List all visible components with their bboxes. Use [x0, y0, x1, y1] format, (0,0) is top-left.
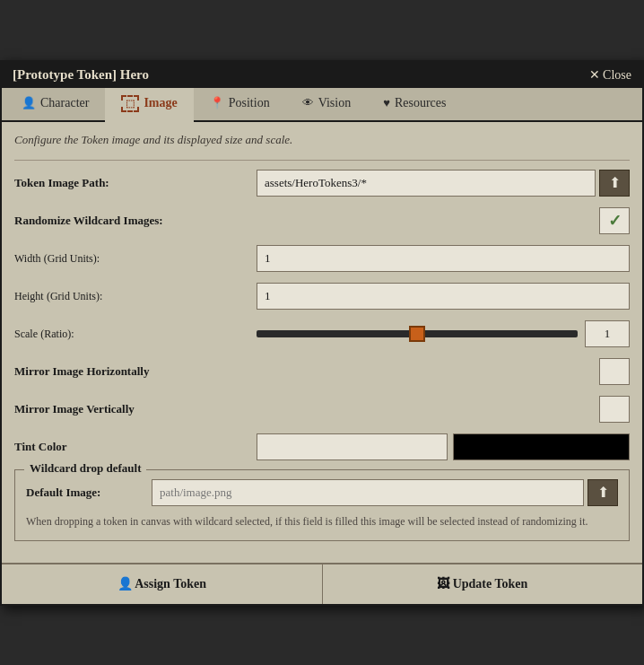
- dialog-window: [Prototype Token] Hero ✕ Close 👤 Charact…: [0, 60, 644, 606]
- token-image-path-input[interactable]: [257, 170, 596, 197]
- scale-slider-container: [257, 320, 630, 347]
- default-image-label: Default Image:: [26, 486, 152, 500]
- default-image-input[interactable]: [152, 479, 584, 506]
- scale-label: Scale (Ratio):: [14, 327, 257, 341]
- mirror-v-checkbox[interactable]: [599, 396, 630, 423]
- height-row: Height (Grid Units):: [14, 281, 630, 311]
- tint-controls: [257, 433, 630, 460]
- randomize-checkbox[interactable]: [599, 207, 630, 234]
- width-row: Width (Grid Units):: [14, 243, 630, 274]
- browse-icon: ⬆: [609, 174, 621, 191]
- tab-resources[interactable]: ♥ Resources: [367, 88, 462, 122]
- character-icon: 👤: [22, 96, 36, 110]
- mirror-v-row: Mirror Image Vertically: [14, 394, 630, 424]
- default-image-browse-button[interactable]: ⬆: [587, 479, 618, 506]
- window-title: [Prototype Token] Hero: [13, 67, 149, 83]
- tab-vision[interactable]: 👁 Vision: [286, 88, 368, 122]
- close-button[interactable]: ✕ Close: [589, 67, 631, 83]
- mirror-h-row: Mirror Image Horizontally: [14, 356, 630, 387]
- scale-slider[interactable]: [257, 330, 578, 337]
- dialog-footer: 👤 Assign Token 🖼 Update Token: [2, 563, 642, 604]
- token-image-path-row: Token Image Path: ⬆: [14, 168, 630, 198]
- tint-label: Tint Color: [14, 440, 257, 454]
- randomize-wildcard-row: Randomize Wildcard Images:: [14, 206, 630, 236]
- resources-icon: ♥: [383, 96, 390, 110]
- randomize-label: Randomize Wildcard Images:: [14, 214, 599, 228]
- height-label: Height (Grid Units):: [14, 289, 257, 303]
- wildcard-hint-text: When dropping a token in canvas with wil…: [26, 513, 618, 529]
- tab-image[interactable]: ⬚ Image: [105, 88, 193, 122]
- tab-bar: 👤 Character ⬚ Image 📍 Position 👁 Vision …: [2, 88, 642, 122]
- height-input[interactable]: [257, 283, 630, 310]
- description-text: Configure the Token image and its displa…: [14, 133, 630, 147]
- mirror-h-checkbox[interactable]: [599, 358, 630, 385]
- mirror-h-label: Mirror Image Horizontally: [14, 364, 599, 379]
- dialog-header: [Prototype Token] Hero ✕ Close: [2, 62, 642, 88]
- width-input[interactable]: [257, 245, 630, 272]
- wildcard-group-label: Wildcard drop default: [24, 461, 146, 476]
- scale-value-input[interactable]: [585, 320, 630, 347]
- wildcard-group: Wildcard drop default Default Image: ⬆ W…: [14, 469, 630, 541]
- vision-icon: 👁: [302, 96, 314, 110]
- tab-character-label: Character: [40, 96, 89, 110]
- tab-position-label: Position: [229, 96, 270, 110]
- width-label: Width (Grid Units):: [14, 251, 257, 266]
- assign-token-button[interactable]: 👤 Assign Token: [2, 564, 323, 604]
- default-image-input-group: ⬆: [152, 479, 618, 506]
- scale-row: Scale (Ratio):: [14, 319, 630, 349]
- tab-image-label: Image: [144, 96, 177, 110]
- token-image-path-label: Token Image Path:: [14, 176, 257, 190]
- default-image-row: Default Image: ⬆: [26, 479, 618, 506]
- tint-color-swatch[interactable]: [453, 433, 630, 460]
- tint-row: Tint Color: [14, 432, 630, 462]
- browse-icon-2: ⬆: [597, 484, 609, 501]
- mirror-v-label: Mirror Image Vertically: [14, 402, 599, 416]
- tint-text-input[interactable]: [257, 433, 448, 460]
- dialog-body: Configure the Token image and its displa…: [2, 122, 642, 563]
- image-icon: ⬚: [121, 95, 139, 112]
- tab-character[interactable]: 👤 Character: [5, 88, 105, 122]
- tab-resources-label: Resources: [395, 96, 447, 110]
- position-icon: 📍: [210, 96, 224, 110]
- token-image-path-input-group: ⬆: [257, 170, 630, 197]
- tab-position[interactable]: 📍 Position: [194, 88, 286, 122]
- divider-top: [14, 160, 630, 161]
- tab-vision-label: Vision: [318, 96, 352, 110]
- update-token-button[interactable]: 🖼 Update Token: [323, 564, 643, 604]
- token-image-browse-button[interactable]: ⬆: [599, 170, 630, 197]
